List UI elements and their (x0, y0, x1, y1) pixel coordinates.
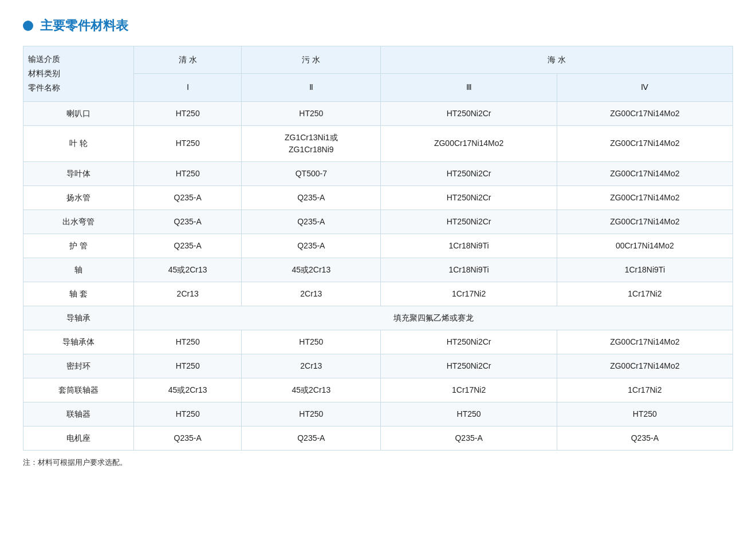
row-cell-1: HT250 (134, 354, 242, 378)
row-cell-4: Q235-A (557, 426, 733, 450)
header-cat1: Ⅰ (134, 74, 242, 101)
row-span-cell: 填充聚四氟乙烯或赛龙 (134, 306, 733, 330)
row-cell-2: Q235-A (242, 426, 381, 450)
table-row: 轴45或2Cr1345或2Cr131Cr18Ni9Ti1Cr18Ni9Ti (23, 258, 733, 282)
row-cell-2: Q235-A (242, 210, 381, 234)
row-cell-4: ZG00Cr17Ni14Mo2 (557, 330, 733, 354)
row-cell-4: HT250 (557, 402, 733, 426)
row-cell-4: ZG00Cr17Ni14Mo2 (557, 210, 733, 234)
row-part-name: 护 管 (23, 234, 134, 258)
row-cell-1: Q235-A (134, 426, 242, 450)
row-part-name: 叶 轮 (23, 125, 134, 161)
header-haishui: 海 水 (381, 46, 733, 74)
row-cell-2: HT250 (242, 101, 381, 125)
table-row: 轴 套2Cr132Cr131Cr17Ni21Cr17Ni2 (23, 282, 733, 306)
table-row: 导轴承体HT250HT250HT250Ni2CrZG00Cr17Ni14Mo2 (23, 330, 733, 354)
row-part-name: 轴 套 (23, 282, 134, 306)
table-note: 注：材料可根据用户要求选配。 (23, 457, 733, 468)
row-cell-1: HT250 (134, 125, 242, 161)
title-bullet (23, 21, 33, 31)
table-row: 密封环HT2502Cr13HT250Ni2CrZG00Cr17Ni14Mo2 (23, 354, 733, 378)
row-cell-1: Q235-A (134, 210, 242, 234)
row-part-name: 套筒联轴器 (23, 378, 134, 402)
row-cell-3: 1Cr17Ni2 (381, 282, 557, 306)
header-qingshui: 清 水 (134, 46, 242, 74)
row-cell-1: HT250 (134, 330, 242, 354)
row-part-name: 轴 (23, 258, 134, 282)
row-cell-2: HT250 (242, 330, 381, 354)
row-cell-2: QT500-7 (242, 161, 381, 185)
row-part-name: 导轴承 (23, 306, 134, 330)
table-row: 套筒联轴器45或2Cr1345或2Cr131Cr17Ni21Cr17Ni2 (23, 378, 733, 402)
row-cell-3: HT250Ni2Cr (381, 210, 557, 234)
header-label-cell: 输送介质 材料类别 零件名称 (23, 46, 134, 102)
header-wushui: 污 水 (242, 46, 381, 74)
row-cell-2: 2Cr13 (242, 354, 381, 378)
row-cell-3: ZG00Cr17Ni14Mo2 (381, 125, 557, 161)
header-cat4: Ⅳ (557, 74, 733, 101)
row-cell-1: 45或2Cr13 (134, 378, 242, 402)
row-cell-3: HT250Ni2Cr (381, 101, 557, 125)
row-cell-4: 1Cr17Ni2 (557, 378, 733, 402)
row-cell-3: 1Cr18Ni9Ti (381, 234, 557, 258)
row-cell-2: Q235-A (242, 185, 381, 210)
row-cell-4: ZG00Cr17Ni14Mo2 (557, 161, 733, 185)
table-header-row1: 输送介质 材料类别 零件名称 清 水 污 水 海 水 (23, 46, 733, 74)
row-cell-2: 2Cr13 (242, 282, 381, 306)
row-part-name: 喇叭口 (23, 101, 134, 125)
row-cell-4: ZG00Cr17Ni14Mo2 (557, 125, 733, 161)
row-cell-3: Q235-A (381, 426, 557, 450)
row-part-name: 导轴承体 (23, 330, 134, 354)
table-row: 电机座Q235-AQ235-AQ235-AQ235-A (23, 426, 733, 450)
table-row: 导叶体HT250QT500-7HT250Ni2CrZG00Cr17Ni14Mo2 (23, 161, 733, 185)
row-cell-4: ZG00Cr17Ni14Mo2 (557, 185, 733, 210)
row-cell-1: Q235-A (134, 234, 242, 258)
row-cell-3: HT250Ni2Cr (381, 185, 557, 210)
page-title: 主要零件材料表 (40, 17, 128, 34)
row-part-name: 联轴器 (23, 402, 134, 426)
row-cell-2: ZG1Cr13Ni1或 ZG1Cr18Ni9 (242, 125, 381, 161)
materials-table: 输送介质 材料类别 零件名称 清 水 污 水 海 水 Ⅰ Ⅱ Ⅲ Ⅳ 喇叭口HT… (23, 46, 733, 451)
row-cell-1: Q235-A (134, 185, 242, 210)
table-row: 护 管Q235-AQ235-A1Cr18Ni9Ti00Cr17Ni14Mo2 (23, 234, 733, 258)
row-part-name: 扬水管 (23, 185, 134, 210)
row-cell-2: 45或2Cr13 (242, 258, 381, 282)
table-row: 联轴器HT250HT250HT250HT250 (23, 402, 733, 426)
row-part-name: 出水弯管 (23, 210, 134, 234)
row-part-name: 导叶体 (23, 161, 134, 185)
row-cell-4: 00Cr17Ni14Mo2 (557, 234, 733, 258)
row-cell-3: HT250 (381, 402, 557, 426)
row-cell-2: 45或2Cr13 (242, 378, 381, 402)
table-row: 叶 轮HT250ZG1Cr13Ni1或 ZG1Cr18Ni9ZG00Cr17Ni… (23, 125, 733, 161)
row-cell-1: HT250 (134, 402, 242, 426)
table-row: 扬水管Q235-AQ235-AHT250Ni2CrZG00Cr17Ni14Mo2 (23, 185, 733, 210)
page-title-container: 主要零件材料表 (23, 17, 733, 34)
table-row: 出水弯管Q235-AQ235-AHT250Ni2CrZG00Cr17Ni14Mo… (23, 210, 733, 234)
row-cell-1: 45或2Cr13 (134, 258, 242, 282)
row-cell-1: HT250 (134, 161, 242, 185)
row-cell-3: HT250Ni2Cr (381, 330, 557, 354)
row-part-name: 密封环 (23, 354, 134, 378)
table-body: 喇叭口HT250HT250HT250Ni2CrZG00Cr17Ni14Mo2叶 … (23, 101, 733, 450)
row-cell-4: 1Cr18Ni9Ti (557, 258, 733, 282)
row-cell-3: HT250Ni2Cr (381, 354, 557, 378)
row-cell-4: ZG00Cr17Ni14Mo2 (557, 101, 733, 125)
row-cell-1: 2Cr13 (134, 282, 242, 306)
row-cell-3: 1Cr17Ni2 (381, 378, 557, 402)
row-cell-4: 1Cr17Ni2 (557, 282, 733, 306)
header-cat3: Ⅲ (381, 74, 557, 101)
table-row: 导轴承填充聚四氟乙烯或赛龙 (23, 306, 733, 330)
row-cell-2: Q235-A (242, 234, 381, 258)
row-cell-4: ZG00Cr17Ni14Mo2 (557, 354, 733, 378)
table-row: 喇叭口HT250HT250HT250Ni2CrZG00Cr17Ni14Mo2 (23, 101, 733, 125)
row-part-name: 电机座 (23, 426, 134, 450)
row-cell-3: 1Cr18Ni9Ti (381, 258, 557, 282)
header-cat2: Ⅱ (242, 74, 381, 101)
row-cell-1: HT250 (134, 101, 242, 125)
row-cell-3: HT250Ni2Cr (381, 161, 557, 185)
row-cell-2: HT250 (242, 402, 381, 426)
